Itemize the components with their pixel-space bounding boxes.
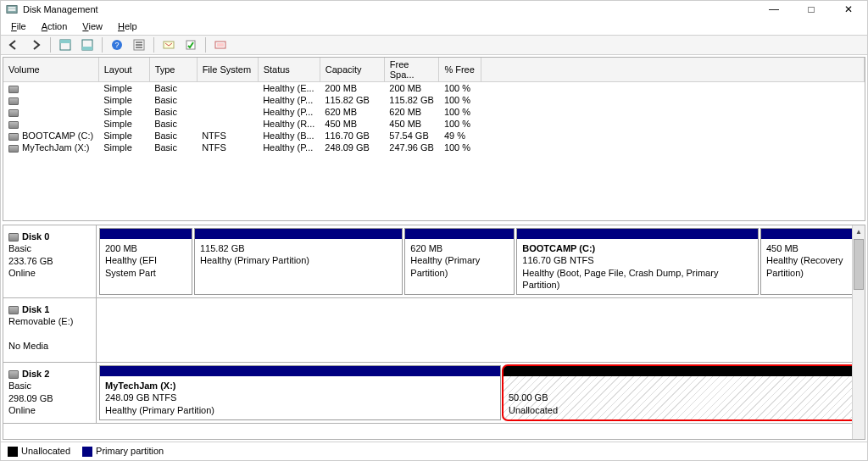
menu-file[interactable]: File xyxy=(8,19,30,33)
disk-graphical-pane: Disk 0 Basic 233.76 GB Online 200 MB Hea… xyxy=(3,225,865,440)
disk2-size: 298.09 GB xyxy=(8,393,53,403)
table-row[interactable]: SimpleBasicHealthy (P...115.82 GB115.82 … xyxy=(3,94,865,106)
legend-unallocated: Unallocated xyxy=(8,446,70,457)
svg-rect-13 xyxy=(164,42,174,48)
svg-text:?: ? xyxy=(114,41,119,49)
svg-rect-11 xyxy=(136,44,142,46)
disk0-state: Online xyxy=(8,268,36,278)
partition-bar xyxy=(100,229,192,239)
scroll-up-icon[interactable]: ▲ xyxy=(853,225,865,238)
part-status: Healthy (Primary Partition) xyxy=(105,405,214,415)
disk1-title: Disk 1 xyxy=(22,304,49,314)
disk2-part1-unallocated[interactable]: 50.00 GB Unallocated xyxy=(503,365,862,420)
svg-rect-10 xyxy=(136,42,142,43)
table-row[interactable]: SimpleBasicHealthy (P...620 MB620 MB100 … xyxy=(3,106,865,118)
properties-button[interactable] xyxy=(181,36,200,53)
svg-rect-6 xyxy=(82,47,92,50)
close-button[interactable]: ✕ xyxy=(830,1,867,18)
forward-button[interactable] xyxy=(26,36,45,53)
partition-bar xyxy=(761,229,861,239)
volume-list-pane: Volume Layout Type File System Status Ca… xyxy=(3,57,865,221)
disk-icon xyxy=(8,233,19,242)
part-status: Healthy (Boot, Page File, Crash Dump, Pr… xyxy=(522,268,718,290)
part-status: Healthy (Primary Partition) xyxy=(200,255,309,265)
menu-help[interactable]: Help xyxy=(114,19,141,33)
help-button[interactable]: ? xyxy=(108,36,126,53)
part-size: 200 MB xyxy=(105,243,137,253)
menubar: File Action View Help xyxy=(1,18,867,35)
scroll-thumb[interactable] xyxy=(854,239,864,290)
minimize-button[interactable]: ― xyxy=(755,1,793,18)
new-partition-button[interactable] xyxy=(211,36,230,53)
volume-icon xyxy=(8,97,19,105)
volume-icon xyxy=(8,121,19,129)
disk-icon xyxy=(8,370,19,379)
svg-rect-12 xyxy=(136,47,142,48)
disk-row-0[interactable]: Disk 0 Basic 233.76 GB Online 200 MB Hea… xyxy=(3,225,865,298)
part-size: 620 MB xyxy=(410,243,442,253)
disk0-part4[interactable]: 450 MB Healthy (Recovery Partition) xyxy=(760,228,862,295)
part-size: 450 MB xyxy=(766,243,798,253)
window-title: Disk Management xyxy=(23,4,98,14)
part-status: Healthy (Primary Partition) xyxy=(410,255,480,277)
table-row[interactable]: MyTechJam (X:)SimpleBasicNTFSHealthy (P.… xyxy=(3,142,865,153)
part-status: Healthy (Recovery Partition) xyxy=(766,255,843,277)
volume-icon xyxy=(8,145,19,153)
disk0-part2[interactable]: 620 MB Healthy (Primary Partition) xyxy=(404,228,515,295)
menu-action[interactable]: Action xyxy=(38,19,71,33)
disk-row-1[interactable]: Disk 1 Removable (E:) No Media xyxy=(3,298,865,363)
col-filesystem[interactable]: File System xyxy=(197,58,258,82)
col-status[interactable]: Status xyxy=(258,58,320,82)
part-size: 115.82 GB xyxy=(200,243,245,253)
disk2-part0[interactable]: MyTechJam (X:) 248.09 GB NTFS Healthy (P… xyxy=(99,365,501,420)
col-pctfree[interactable]: % Free xyxy=(439,58,481,82)
rescan-button[interactable] xyxy=(159,36,178,53)
svg-rect-2 xyxy=(8,9,16,11)
disk0-part1[interactable]: 115.82 GB Healthy (Primary Partition) xyxy=(194,228,403,295)
volume-icon xyxy=(8,109,19,117)
view-top-button[interactable] xyxy=(56,36,75,53)
col-type[interactable]: Type xyxy=(149,58,197,82)
table-row[interactable]: SimpleBasicHealthy (E...200 MB200 MB100 … xyxy=(3,82,865,95)
col-capacity[interactable]: Capacity xyxy=(320,58,384,82)
maximize-button[interactable]: □ xyxy=(793,1,830,18)
table-header-row: Volume Layout Type File System Status Ca… xyxy=(3,58,865,82)
volume-icon xyxy=(8,86,19,93)
disk0-type: Basic xyxy=(8,243,31,253)
disk0-part3[interactable]: BOOTCAMP (C:) 116.70 GB NTFS Healthy (Bo… xyxy=(516,228,759,295)
disk-icon xyxy=(8,306,19,314)
partition-bar xyxy=(100,366,500,376)
titlebar: Disk Management ― □ ✕ xyxy=(1,1,867,18)
legend-primary: Primary partition xyxy=(82,446,164,457)
back-button[interactable] xyxy=(4,36,23,53)
disk1-info: Disk 1 Removable (E:) No Media xyxy=(3,298,97,362)
table-row[interactable]: SimpleBasicHealthy (R...450 MB450 MB100 … xyxy=(3,118,865,130)
col-layout[interactable]: Layout xyxy=(98,58,149,82)
menu-view[interactable]: View xyxy=(79,19,106,33)
toolbar: ? xyxy=(1,35,867,55)
disk1-type: Removable (E:) xyxy=(8,316,73,326)
part-label: BOOTCAMP (C:) xyxy=(522,243,595,253)
disk0-title: Disk 0 xyxy=(22,231,49,242)
table-row[interactable]: BOOTCAMP (C:)SimpleBasicNTFSHealthy (B..… xyxy=(3,130,865,142)
part-size: 50.00 GB xyxy=(509,392,548,403)
part-size: 116.70 GB NTFS xyxy=(522,255,593,265)
partition-bar xyxy=(405,229,514,239)
volume-table[interactable]: Volume Layout Type File System Status Ca… xyxy=(3,58,865,153)
col-freespace[interactable]: Free Spa... xyxy=(384,58,439,82)
legend: Unallocated Primary partition xyxy=(1,442,867,460)
col-filler xyxy=(481,58,865,82)
disk2-info: Disk 2 Basic 298.09 GB Online xyxy=(3,363,97,423)
view-bottom-button[interactable] xyxy=(78,36,97,53)
svg-rect-1 xyxy=(8,7,16,8)
disk-row-2[interactable]: Disk 2 Basic 298.09 GB Online MyTechJam … xyxy=(3,363,865,424)
col-volume[interactable]: Volume xyxy=(3,58,98,82)
part-size: 248.09 GB NTFS xyxy=(105,392,176,403)
svg-rect-4 xyxy=(60,40,70,43)
vertical-scrollbar[interactable]: ▲ xyxy=(852,225,865,439)
disk1-state: No Media xyxy=(8,341,48,351)
app-icon xyxy=(6,3,18,15)
disk0-part0[interactable]: 200 MB Healthy (EFI System Part xyxy=(99,228,192,295)
refresh-button[interactable] xyxy=(130,36,148,53)
partition-bar xyxy=(517,229,758,239)
